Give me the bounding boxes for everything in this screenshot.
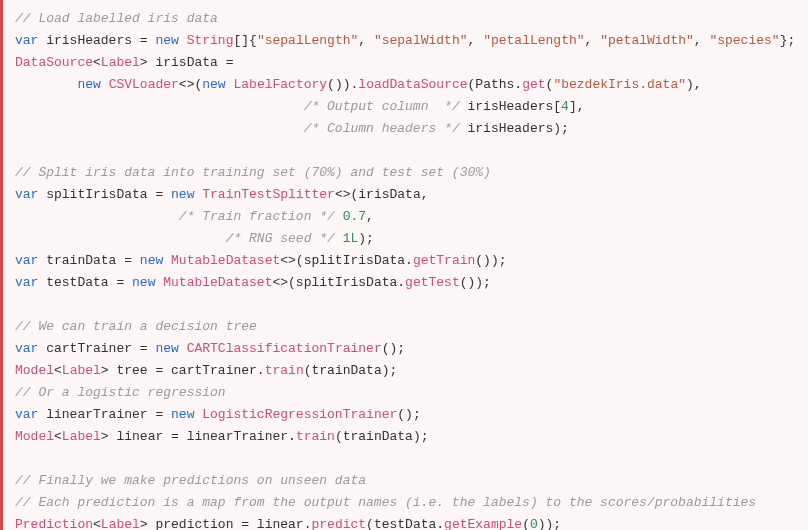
code-token: TrainTestSplitter <box>202 187 335 202</box>
code-token: LabelFactory <box>233 77 327 92</box>
code-token: // Or a logistic regression <box>15 385 226 400</box>
code-token: "sepalLength" <box>257 33 358 48</box>
code-token: < <box>54 363 62 378</box>
code-token: getTest <box>405 275 460 290</box>
code-token: new <box>155 33 178 48</box>
code-token: var <box>15 341 38 356</box>
code-block: // Load labelled iris datavar irisHeader… <box>0 0 808 530</box>
code-token: ), <box>686 77 702 92</box>
code-token <box>179 341 187 356</box>
code-token: /* Train fraction */ <box>179 209 335 224</box>
code-token: < <box>54 429 62 444</box>
code-line: /* Column headers */ irisHeaders); <box>15 118 798 140</box>
code-token <box>15 209 179 224</box>
code-token <box>15 121 304 136</box>
code-token: ()); <box>460 275 491 290</box>
code-line: // Or a logistic regression <box>15 382 798 404</box>
code-token: train <box>265 363 304 378</box>
code-token: new <box>171 407 194 422</box>
code-token: // We can train a decision tree <box>15 319 257 334</box>
code-token: Model <box>15 429 54 444</box>
code-token: getTrain <box>413 253 475 268</box>
code-token <box>101 77 109 92</box>
code-token: > irisData = <box>140 55 234 70</box>
code-line: // Finally we make predictions on unseen… <box>15 470 798 492</box>
code-token: var <box>15 275 38 290</box>
code-token: predict <box>311 517 366 530</box>
code-token: 4 <box>561 99 569 114</box>
code-line: var linearTrainer = new LogisticRegressi… <box>15 404 798 426</box>
code-token: // Load labelled iris data <box>15 11 218 26</box>
code-line: // Load labelled iris data <box>15 8 798 30</box>
code-token: new <box>171 187 194 202</box>
code-token: // Each prediction is a map from the out… <box>15 495 756 510</box>
code-token <box>15 231 226 246</box>
code-line: Prediction<Label> prediction = linear.pr… <box>15 514 798 530</box>
code-token: CARTClassificationTrainer <box>187 341 382 356</box>
code-token <box>15 99 304 114</box>
code-token: 0 <box>530 517 538 530</box>
code-token: MutableDataset <box>163 275 272 290</box>
code-token: "petalLength" <box>483 33 584 48</box>
code-token: }; <box>780 33 796 48</box>
code-token <box>179 33 187 48</box>
code-token: cartTrainer = <box>38 341 155 356</box>
code-line: /* Output column */ irisHeaders[4], <box>15 96 798 118</box>
code-line: /* Train fraction */ 0.7, <box>15 206 798 228</box>
code-token: new <box>202 77 225 92</box>
code-token: // Split iris data into training set (70… <box>15 165 491 180</box>
code-line: var irisHeaders = new String[]{"sepalLen… <box>15 30 798 52</box>
code-line: /* RNG seed */ 1L); <box>15 228 798 250</box>
code-token: var <box>15 407 38 422</box>
code-token: var <box>15 33 38 48</box>
code-token: /* RNG seed */ <box>226 231 335 246</box>
code-token: new <box>132 275 155 290</box>
code-token: (); <box>382 341 405 356</box>
code-line <box>15 140 798 162</box>
code-token: get <box>522 77 545 92</box>
code-token: (); <box>397 407 420 422</box>
code-token: irisHeaders); <box>460 121 569 136</box>
code-token: var <box>15 187 38 202</box>
code-token <box>335 209 343 224</box>
code-token: "bezdekIris.data" <box>553 77 686 92</box>
code-token: 1L <box>343 231 359 246</box>
code-token: /* Column headers */ <box>304 121 460 136</box>
code-token: Prediction <box>15 517 93 530</box>
code-line: new CSVLoader<>(new LabelFactory()).load… <box>15 74 798 96</box>
code-token: "sepalWidth" <box>374 33 468 48</box>
code-token: "petalWidth" <box>600 33 694 48</box>
code-token: Label <box>62 429 101 444</box>
code-token: []{ <box>233 33 256 48</box>
code-token: String <box>187 33 234 48</box>
code-token: ( <box>522 517 530 530</box>
code-token: )); <box>538 517 561 530</box>
code-line: // Each prediction is a map from the out… <box>15 492 798 514</box>
code-token: testData = <box>38 275 132 290</box>
code-token: <>( <box>179 77 202 92</box>
code-token <box>163 253 171 268</box>
code-token: , <box>358 33 374 48</box>
code-line: var testData = new MutableDataset<>(spli… <box>15 272 798 294</box>
code-line: DataSource<Label> irisData = <box>15 52 798 74</box>
code-token: new <box>155 341 178 356</box>
code-token: Model <box>15 363 54 378</box>
code-token: > prediction = linear. <box>140 517 312 530</box>
code-line: // We can train a decision tree <box>15 316 798 338</box>
code-line: var trainData = new MutableDataset<>(spl… <box>15 250 798 272</box>
code-line <box>15 448 798 470</box>
code-token: /* Output column */ <box>304 99 460 114</box>
code-token: , <box>694 33 710 48</box>
code-token: irisHeaders = <box>38 33 155 48</box>
code-token: // Finally we make predictions on unseen… <box>15 473 366 488</box>
code-token: , <box>468 33 484 48</box>
code-token: Label <box>62 363 101 378</box>
code-token: < <box>93 517 101 530</box>
code-token: > tree = cartTrainer. <box>101 363 265 378</box>
code-line: Model<Label> linear = linearTrainer.trai… <box>15 426 798 448</box>
code-token: splitIrisData = <box>38 187 171 202</box>
code-token: linearTrainer = <box>38 407 171 422</box>
code-token: Label <box>101 55 140 70</box>
code-token: <>(splitIrisData. <box>272 275 405 290</box>
code-token: (trainData); <box>304 363 398 378</box>
